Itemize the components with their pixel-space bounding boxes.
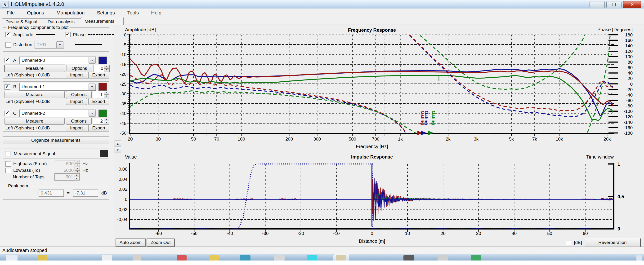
svg-text:40: 40 — [628, 70, 633, 75]
taps-spinner[interactable]: 501 ▲▼ — [54, 173, 80, 181]
taskbar-icon[interactable] — [102, 255, 112, 261]
measurement-name-select[interactable]: Unnamed-1 ▼ — [20, 83, 96, 91]
measurement-enabled-checkbox[interactable]: ✓ — [4, 58, 10, 63]
menu-bar: FileOptionsManipulationSettingsToolsHelp — [0, 8, 644, 17]
db-checkbox[interactable] — [566, 240, 571, 245]
splitter-down-button[interactable]: ▼ — [114, 147, 121, 153]
screen-edge — [0, 261, 644, 265]
measure-button[interactable]: Measure — [4, 118, 65, 125]
svg-text:200: 200 — [286, 137, 293, 141]
menu-file[interactable]: File — [7, 10, 15, 16]
measurement-signal-group: Measurement Signal — [3, 149, 109, 159]
svg-text:-10: -10 — [120, 52, 126, 57]
svg-text:-140: -140 — [624, 120, 633, 125]
svg-text:140: 140 — [625, 43, 633, 48]
svg-text:20: 20 — [128, 137, 132, 141]
svg-text:30: 30 — [476, 231, 481, 236]
minimize-button[interactable]: — — [590, 1, 605, 8]
import-button[interactable]: Import — [66, 72, 87, 78]
reverberation-button[interactable]: Reverberation — [585, 238, 640, 247]
menu-options[interactable]: Options — [27, 10, 44, 16]
svg-text:-120: -120 — [624, 114, 633, 119]
taskbar-icon[interactable] — [6, 255, 18, 261]
export-button[interactable]: Export — [88, 125, 109, 131]
svg-text:50: 50 — [191, 137, 196, 141]
svg-text:Frequency Response: Frequency Response — [348, 27, 396, 33]
channel-gain-label: Left (SqNoise) +0,0dB — [4, 125, 65, 131]
measurement-name-select[interactable]: Unnamed-0 ▼ — [20, 56, 96, 64]
taskbar-icon[interactable] — [132, 255, 141, 261]
menu-manipulation[interactable]: Manipulation — [56, 10, 84, 16]
spin-up-icon: ▲ — [104, 91, 109, 95]
highpass-checkbox[interactable] — [6, 161, 11, 167]
measurement-index-spinner[interactable]: 1 ▲▼ — [93, 91, 109, 98]
tab-measurements[interactable]: Measurements — [81, 17, 124, 25]
auto-zoom-button[interactable]: Auto Zoom — [116, 239, 146, 247]
measurement-name-select[interactable]: Unnamed-2 ▼ — [20, 110, 96, 117]
taskbar-icon[interactable] — [307, 255, 317, 261]
taskbar-icon[interactable] — [438, 255, 448, 261]
measurement-enabled-checkbox[interactable]: ✓ — [4, 84, 10, 90]
svg-text:0: 0 — [630, 82, 633, 87]
thd-select[interactable]: THD ▼ — [34, 41, 64, 48]
measurement-color-swatch[interactable] — [98, 56, 107, 64]
svg-text:20: 20 — [440, 231, 446, 236]
taskbar-icon[interactable] — [336, 255, 346, 261]
measurement-index-spinner[interactable]: 0 ▲▼ — [94, 65, 110, 72]
phase-checkbox[interactable]: ✓ — [65, 32, 70, 37]
close-button[interactable]: ✕ — [623, 1, 641, 8]
distortion-checkbox[interactable] — [6, 42, 11, 47]
measure-button[interactable]: Measure — [4, 65, 65, 72]
taskbar-icon[interactable] — [240, 255, 250, 261]
taskbar-icon[interactable] — [404, 255, 414, 261]
svg-text:0,04: 0,04 — [118, 177, 128, 182]
peak-pcm-value: 0,431 — [38, 190, 64, 197]
measurement-signal-color-swatch[interactable] — [100, 150, 108, 157]
organize-measurements-button[interactable]: Organize measurements — [3, 136, 109, 144]
splitter-up-button[interactable]: ▲ — [114, 141, 121, 146]
svg-text:Amplitude [dB]: Amplitude [dB] — [125, 27, 156, 32]
lowpass-checkbox[interactable] — [6, 168, 11, 173]
highpass-spinner[interactable]: 500 ▲▼ — [55, 160, 80, 167]
svg-text:-50: -50 — [191, 231, 198, 236]
taskbar-icon[interactable] — [209, 255, 219, 261]
options-button[interactable]: Options — [66, 118, 92, 125]
options-button[interactable]: Options — [66, 91, 92, 98]
taskbar-icon[interactable] — [471, 255, 481, 261]
zoom-out-button[interactable]: Zoom Out — [146, 239, 174, 247]
taskbar-icon[interactable] — [274, 255, 284, 261]
menu-tools[interactable]: Tools — [127, 10, 139, 16]
tab-device-signal[interactable]: Device & Signal — [2, 18, 50, 25]
spin-down-icon: ▼ — [104, 68, 110, 72]
export-button[interactable]: Export — [88, 72, 109, 78]
phase-line-sample — [88, 34, 114, 35]
measure-button[interactable]: Measure — [4, 91, 65, 98]
amplitude-checkbox[interactable]: ✓ — [6, 32, 11, 37]
measurement-index-spinner[interactable]: 2 ▲▼ — [93, 118, 109, 125]
taskbar-icon[interactable] — [38, 255, 47, 261]
window-title: HOLMImpulse v1.4.2.0 — [11, 1, 64, 7]
tab-data-analysis[interactable]: Data analysis — [44, 18, 87, 25]
options-button[interactable]: Options — [66, 65, 92, 72]
import-button[interactable]: Import — [66, 125, 87, 131]
measurement-signal-checkbox[interactable] — [5, 151, 10, 156]
taskbar-icon[interactable] — [636, 255, 642, 261]
frequency-response-chart[interactable]: 0-5-10-15-20-25-30-35-40-45-501801601401… — [114, 25, 644, 153]
svg-text:-40: -40 — [120, 111, 126, 116]
svg-text:0,5: 0,5 — [618, 194, 624, 199]
chart-area: 0-5-10-15-20-25-30-35-40-45-501801601401… — [114, 25, 644, 247]
impulse-response-chart[interactable]: 0,060,040,020-0,02-0,04-60-50-40-30-20-1… — [114, 153, 644, 247]
export-button[interactable]: Export — [88, 98, 109, 105]
windows-taskbar[interactable] — [0, 254, 644, 261]
restore-button[interactable]: ❐ — [606, 1, 622, 8]
measurement-color-swatch[interactable] — [98, 83, 107, 91]
lowpass-spinner[interactable]: 5000 ▲▼ — [55, 167, 80, 174]
import-button[interactable]: Import — [66, 98, 87, 105]
menu-settings[interactable]: Settings — [97, 10, 115, 16]
spin-up-icon: ▲ — [74, 160, 80, 164]
svg-text:Phase [Degrees]: Phase [Degrees] — [597, 27, 633, 32]
taskbar-icon[interactable] — [177, 255, 186, 261]
measurement-enabled-checkbox[interactable]: ✓ — [4, 111, 10, 116]
measurement-color-swatch[interactable] — [98, 110, 107, 117]
menu-help[interactable]: Help — [151, 10, 161, 16]
